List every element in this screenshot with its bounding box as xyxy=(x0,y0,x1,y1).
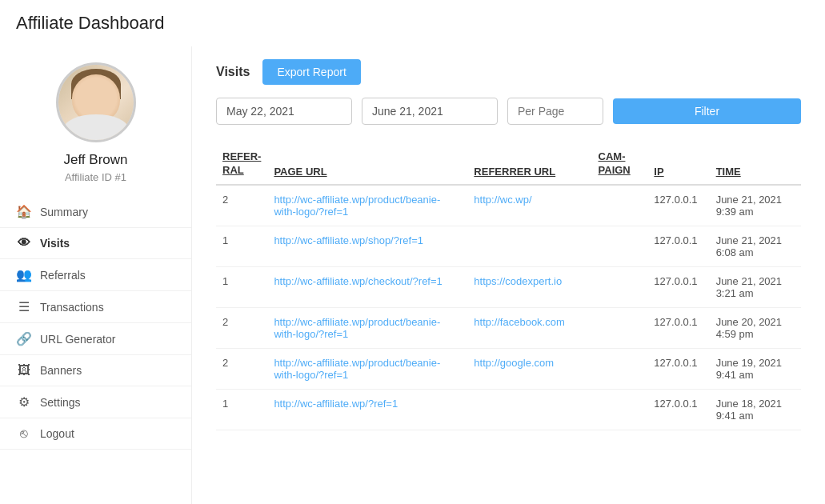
sidebar-item-url-generator[interactable]: 🔗URL Generator xyxy=(0,323,191,355)
settings-icon: ⚙ xyxy=(16,394,32,410)
sidebar-item-label: Settings xyxy=(40,396,81,409)
cell-page-url[interactable]: http://wc-affiliate.wp/?ref=1 xyxy=(267,389,467,430)
sidebar-item-visits[interactable]: 👁Visits xyxy=(0,228,191,259)
avatar xyxy=(56,62,136,142)
cell-referral: 1 xyxy=(216,266,267,307)
sidebar-item-label: Summary xyxy=(40,206,88,218)
visits-label: Visits xyxy=(216,65,250,79)
sidebar-item-label: URL Generator xyxy=(40,333,115,346)
table-head: REFER-RAL PAGE URL REFERRER URL CAM-PAIG… xyxy=(216,144,801,185)
sidebar-item-label: Referrals xyxy=(40,269,86,282)
avatar-image xyxy=(58,62,134,142)
cell-referrer-url[interactable]: http://wc.wp/ xyxy=(467,185,591,226)
table-row: 1 http://wc-affiliate.wp/shop/?ref=1 127… xyxy=(216,226,801,266)
cell-page-url[interactable]: http://wc-affiliate.wp/shop/?ref=1 xyxy=(267,226,467,266)
sidebar-item-label: Logout xyxy=(40,427,74,440)
filter-row: Filter xyxy=(216,98,801,125)
date-from-input[interactable] xyxy=(216,98,352,125)
cell-ip: 127.0.0.1 xyxy=(647,185,709,226)
cell-time: June 20, 2021 4:59 pm xyxy=(710,307,801,348)
sidebar-item-summary[interactable]: 🏠Summary xyxy=(0,196,191,228)
per-page-input[interactable] xyxy=(507,98,603,125)
cell-campaign xyxy=(592,185,648,226)
cell-referrer-url[interactable]: https://codexpert.io xyxy=(467,266,591,307)
col-header-ip: IP xyxy=(647,144,709,185)
col-header-time: TIME xyxy=(710,144,801,185)
cell-ip: 127.0.0.1 xyxy=(647,226,709,266)
cell-time: June 21, 2021 9:39 am xyxy=(710,185,801,226)
cell-time: June 21, 2021 6:08 am xyxy=(710,226,801,266)
table-row: 1 http://wc-affiliate.wp/checkout/?ref=1… xyxy=(216,266,801,307)
user-affiliate-id: Affiliate ID #1 xyxy=(65,171,126,183)
sidebar: Jeff Brown Affiliate ID #1 🏠Summary👁Visi… xyxy=(0,46,192,504)
user-name: Jeff Brown xyxy=(63,152,127,168)
col-header-referrer-url: REFERRER URL xyxy=(467,144,591,185)
cell-campaign xyxy=(592,266,648,307)
app-container: Affiliate Dashboard Jeff Brown Affiliate… xyxy=(0,0,825,504)
cell-referral: 1 xyxy=(216,389,267,430)
logout-icon: ⎋ xyxy=(16,426,32,441)
url-generator-icon: 🔗 xyxy=(16,331,32,346)
table-row: 2 http://wc-affiliate.wp/product/beanie-… xyxy=(216,185,801,226)
cell-campaign xyxy=(592,348,648,389)
cell-time: June 18, 2021 9:41 am xyxy=(710,389,801,430)
cell-referrer-url xyxy=(467,389,591,430)
sidebar-item-label: Visits xyxy=(40,237,70,250)
cell-campaign xyxy=(592,307,648,348)
sidebar-item-settings[interactable]: ⚙Settings xyxy=(0,386,191,418)
col-header-campaign: CAM-PAIGN xyxy=(592,144,648,185)
cell-page-url[interactable]: http://wc-affiliate.wp/product/beanie-wi… xyxy=(267,307,467,348)
cell-referrer-url xyxy=(467,226,591,266)
main-layout: Jeff Brown Affiliate ID #1 🏠Summary👁Visi… xyxy=(0,46,825,504)
banners-icon: 🖼 xyxy=(16,363,32,378)
cell-referrer-url[interactable]: http://facebook.com xyxy=(467,307,591,348)
col-header-referral: REFER-RAL xyxy=(216,144,267,185)
cell-referral: 2 xyxy=(216,185,267,226)
table-row: 2 http://wc-affiliate.wp/product/beanie-… xyxy=(216,348,801,389)
sidebar-item-banners[interactable]: 🖼Banners xyxy=(0,355,191,386)
sidebar-item-label: Transactions xyxy=(40,301,104,314)
filter-button[interactable]: Filter xyxy=(613,98,801,124)
transactions-icon: ☰ xyxy=(16,299,32,314)
cell-time: June 19, 2021 9:41 am xyxy=(710,348,801,389)
content-area: Visits Export Report Filter REFER-RAL PA… xyxy=(192,46,825,504)
cell-referral: 1 xyxy=(216,226,267,266)
export-report-button[interactable]: Export Report xyxy=(262,59,360,85)
cell-page-url[interactable]: http://wc-affiliate.wp/checkout/?ref=1 xyxy=(267,266,467,307)
date-to-input[interactable] xyxy=(362,98,498,125)
col-header-page-url: PAGE URL xyxy=(267,144,467,185)
cell-referral: 2 xyxy=(216,307,267,348)
page-title: Affiliate Dashboard xyxy=(0,0,825,46)
cell-page-url[interactable]: http://wc-affiliate.wp/product/beanie-wi… xyxy=(267,348,467,389)
sidebar-item-referrals[interactable]: 👥Referrals xyxy=(0,259,191,291)
visits-header: Visits Export Report xyxy=(216,59,801,85)
cell-ip: 127.0.0.1 xyxy=(647,266,709,307)
cell-ip: 127.0.0.1 xyxy=(647,389,709,430)
cell-page-url[interactable]: http://wc-affiliate.wp/product/beanie-wi… xyxy=(267,185,467,226)
sidebar-item-transactions[interactable]: ☰Transactions xyxy=(0,291,191,323)
table-body: 2 http://wc-affiliate.wp/product/beanie-… xyxy=(216,185,801,430)
visits-icon: 👁 xyxy=(16,236,32,250)
cell-ip: 127.0.0.1 xyxy=(647,348,709,389)
cell-ip: 127.0.0.1 xyxy=(647,307,709,348)
cell-referrer-url[interactable]: http://google.com xyxy=(467,348,591,389)
cell-campaign xyxy=(592,226,648,266)
cell-campaign xyxy=(592,389,648,430)
table-header-row: REFER-RAL PAGE URL REFERRER URL CAM-PAIG… xyxy=(216,144,801,185)
sidebar-item-label: Banners xyxy=(40,364,82,377)
table-row: 2 http://wc-affiliate.wp/product/beanie-… xyxy=(216,307,801,348)
summary-icon: 🏠 xyxy=(16,204,32,219)
table-row: 1 http://wc-affiliate.wp/?ref=1 127.0.0.… xyxy=(216,389,801,430)
nav-list: 🏠Summary👁Visits👥Referrals☰Transactions🔗U… xyxy=(0,196,191,450)
cell-referral: 2 xyxy=(216,348,267,389)
visits-table: REFER-RAL PAGE URL REFERRER URL CAM-PAIG… xyxy=(216,144,801,430)
cell-time: June 21, 2021 3:21 am xyxy=(710,266,801,307)
referrals-icon: 👥 xyxy=(16,267,32,282)
sidebar-item-logout[interactable]: ⎋Logout xyxy=(0,418,191,450)
